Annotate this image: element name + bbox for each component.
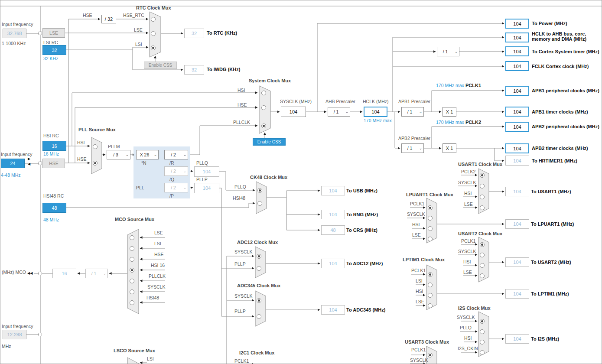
mco-mux-radio-lse[interactable]: [130, 235, 134, 240]
apb2-timer-value-box[interactable]: 104: [505, 143, 529, 153]
sys-hsi-label: HSI: [238, 88, 245, 93]
rtc-enable-css-button[interactable]: Enable CSS: [144, 62, 177, 69]
adc12-sysclk-label: SYSCLK: [234, 249, 252, 254]
lpuart1-sysclk-label: SYSCLK: [407, 211, 425, 217]
apb2-prescaler-select[interactable]: / 1⌄: [401, 143, 424, 153]
usart2-mux-radio-lse[interactable]: [480, 273, 485, 278]
lptim1-mux-shape: [426, 265, 437, 310]
adc345-mux-radio-pllp[interactable]: [257, 314, 261, 319]
lpuart1-mux-radio-pclk1[interactable]: [428, 205, 433, 210]
fclk-value-box[interactable]: 104: [505, 61, 529, 71]
hse-input-range-label: 4-48 MHz: [1, 172, 21, 178]
chevron-down-icon: ⌄: [124, 153, 130, 157]
sys-mux-radio-hse[interactable]: [261, 105, 266, 110]
rtc-mux-radio-lsi[interactable]: [151, 46, 156, 50]
i2s-mux-radio-pllq[interactable]: [480, 329, 485, 334]
ext-input-frequency-label: Input frequency: [2, 324, 33, 329]
adc12-mux-radio-pllp[interactable]: [257, 266, 261, 271]
rtc-mux-radio-lse[interactable]: [151, 31, 156, 36]
mco-sysclk-label: SYSCLK: [147, 284, 165, 289]
usart1-mux-radio-sysclk[interactable]: [480, 184, 485, 188]
mco-mux-radio-lsi[interactable]: [130, 246, 134, 251]
lptim1-mux-radio-lsi[interactable]: [428, 283, 433, 287]
ahb-prescaler-select[interactable]: / 1⌄: [328, 107, 350, 117]
adc345-sysclk-label: SYSCLK: [234, 293, 252, 299]
hclk-value-box[interactable]: 104: [364, 107, 387, 117]
hse-input-frequency-field[interactable]: 24: [1, 159, 25, 168]
pllr-select[interactable]: / 2⌄: [164, 150, 188, 159]
pllq-select: / 2⌄: [164, 166, 188, 176]
mco-divider-select[interactable]: / 1⌄: [85, 269, 108, 278]
usart1-mux-radio-lse[interactable]: [480, 205, 485, 210]
plln-select[interactable]: X 26⌄: [136, 150, 159, 159]
ck48-mux-title: CK48 Clock Mux: [250, 175, 287, 180]
adc12-mux-title: ADC12 Clock Mux: [237, 240, 278, 245]
rtc-mux-radio-hse[interactable]: [151, 17, 156, 22]
mco-mux-title: MCO Source Mux: [115, 217, 154, 222]
pll-mux-radio-hse[interactable]: [93, 161, 98, 166]
pll-hsi-label: HSI: [77, 140, 85, 145]
mco-mux-radio-pllclk[interactable]: [130, 279, 134, 283]
apb2-periph-value-box[interactable]: 104: [505, 122, 529, 132]
hse-button[interactable]: HSE: [42, 159, 65, 168]
lsco-mux-title: LSCO Source Mux: [114, 348, 155, 353]
lsi-value-box[interactable]: 32: [42, 45, 66, 55]
to-i2s-label: To I2S (MHz): [531, 336, 559, 341]
ck48-mux-radio-hsi48[interactable]: [257, 201, 262, 206]
pllp-value-box: 104: [194, 183, 219, 193]
pllp-label: PLLP: [196, 177, 208, 182]
usart2-mux-radio-sysclk[interactable]: [480, 253, 485, 257]
ck48-mux-shape: [256, 182, 267, 214]
rail-node: [39, 32, 42, 35]
mco-mux-radio-hsi16[interactable]: [130, 268, 134, 273]
hsi-value-box[interactable]: 16: [42, 141, 66, 151]
cortex-prescaler-select[interactable]: / 1⌄: [437, 47, 459, 56]
pll-source-mux-shape: [91, 137, 102, 174]
apb1-prescaler-select[interactable]: / 1⌄: [401, 107, 424, 117]
usart2-hsi-label: HSI: [463, 259, 471, 264]
usart1-mux-radio-hsi[interactable]: [480, 195, 485, 199]
lptim1-mux-radio-hsi[interactable]: [428, 293, 433, 298]
sysclk-value-box[interactable]: 104: [281, 107, 306, 117]
i2s-mux-radio-i2s-ckin[interactable]: [480, 350, 485, 355]
usart2-mux-radio-hsi[interactable]: [480, 263, 485, 268]
lptim1-mux-radio-lse[interactable]: [428, 303, 433, 308]
pllp-div-label: /P: [169, 193, 174, 198]
usart1-mux-radio-pclk2[interactable]: [480, 173, 485, 178]
lpuart1-mux-radio-lse[interactable]: [428, 237, 433, 241]
ck48-mux-radio-pllq[interactable]: [257, 188, 262, 193]
cortex-timer-value-box[interactable]: 104: [505, 46, 529, 56]
chevron-down-icon: ⌄: [182, 153, 188, 157]
ext-input-unit-label: MHz: [2, 344, 11, 349]
to-adc12-label: To ADC12 (MHz): [346, 261, 383, 266]
i2s-mux-shape: [478, 312, 489, 357]
to-power-value-box[interactable]: 104: [505, 19, 529, 29]
adc12-mux-radio-sysclk[interactable]: [257, 254, 261, 259]
mco-mux-radio-hse[interactable]: [130, 257, 134, 262]
hsi48-value-box[interactable]: 48: [42, 203, 66, 213]
lse-button[interactable]: LSE: [42, 28, 65, 38]
rtc-lsi-label: LSI: [135, 42, 142, 47]
i2s-mux-radio-sysclk[interactable]: [480, 319, 485, 324]
lptim1-mux-radio-pclk1[interactable]: [428, 272, 433, 277]
lpuart1-mux-radio-hsi[interactable]: [428, 226, 433, 231]
pllm-select[interactable]: / 3⌄: [107, 150, 130, 159]
mco-mux-radio-sysclk[interactable]: [130, 289, 134, 294]
sys-enable-css-button[interactable]: Enable CSS: [253, 138, 286, 146]
rtc-divider-box[interactable]: / 32: [101, 15, 116, 23]
sys-mux-radio-pllclk[interactable]: [261, 124, 266, 128]
rail-node: [39, 272, 42, 275]
pll-mux-radio-hsi[interactable]: [93, 144, 98, 149]
sys-mux-radio-hsi[interactable]: [261, 91, 266, 95]
apb1-timer-value-box[interactable]: 104: [505, 107, 529, 117]
mco-mux-radio-hsi48[interactable]: [130, 300, 134, 305]
usart3-mux-radio-pclk1[interactable]: [428, 353, 433, 358]
to-usart2-value-box: 104: [505, 257, 529, 267]
i2s-mux-radio-hsi[interactable]: [480, 340, 485, 344]
usart2-mux-radio-pclk1[interactable]: [480, 242, 485, 247]
lpuart1-mux-radio-sysclk[interactable]: [428, 216, 433, 221]
adc345-mux-radio-sysclk[interactable]: [257, 298, 261, 303]
chevron-down-icon: ⌄: [418, 146, 423, 150]
apb1-periph-value-box[interactable]: 104: [505, 86, 529, 96]
hclk-ahb-value-box[interactable]: 104: [505, 32, 529, 42]
